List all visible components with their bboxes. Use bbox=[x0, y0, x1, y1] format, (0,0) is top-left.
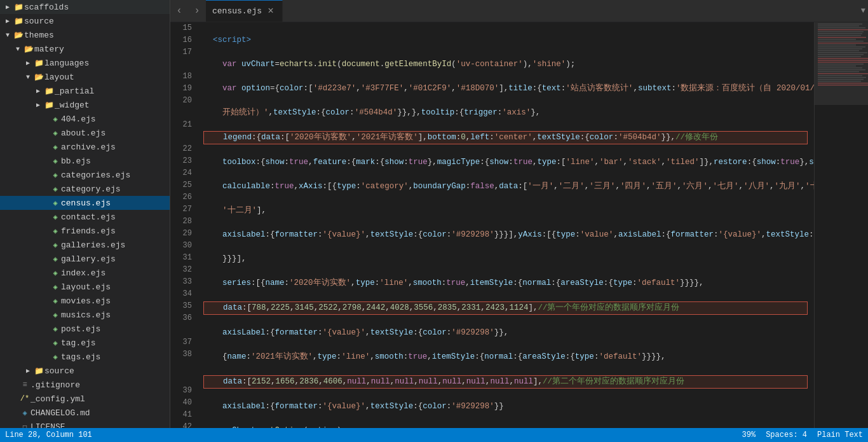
file-icon-musics: ◈ bbox=[50, 310, 61, 320]
file-icon-category: ◈ bbox=[50, 184, 61, 194]
file-icon-movies: ◈ bbox=[50, 296, 61, 306]
label-galleries: galleries.ejs bbox=[61, 240, 170, 250]
line-numbers: 15 16 17 18 19 20 21 22 23 24 25 26 27 bbox=[170, 22, 197, 428]
file-icon-about: ◈ bbox=[50, 128, 61, 138]
sidebar-item-musics[interactable]: ◈ musics.ejs bbox=[0, 308, 170, 322]
sidebar-item-matery[interactable]: ▼ 📂 matery bbox=[0, 42, 170, 56]
status-bar: Line 28, Column 101 39% Spaces: 4 Plain … bbox=[0, 428, 868, 442]
file-icon-friends: ◈ bbox=[50, 226, 61, 236]
label-movies: movies.ejs bbox=[61, 296, 170, 306]
status-indent[interactable]: Spaces: 4 bbox=[766, 431, 807, 439]
code-line-24: axisLabel:{formatter:'{value}',textStyle… bbox=[203, 327, 808, 339]
sidebar-item-gitignore2[interactable]: ≡ .gitignore bbox=[0, 378, 170, 392]
code-line-19: toolbox:{show:true,feature:{mark:{show:t… bbox=[203, 156, 808, 169]
sidebar-item-post[interactable]: ◈ post.ejs bbox=[0, 322, 170, 336]
status-right: 39% Spaces: 4 Plain Text bbox=[742, 431, 863, 439]
file-icon-tag: ◈ bbox=[50, 338, 61, 348]
code-line-25: {name:'2021年访实数',type:'line',smooth:true… bbox=[203, 351, 808, 363]
tab-nav-left[interactable]: ‹ bbox=[170, 0, 188, 22]
tab-nav-right[interactable]: › bbox=[188, 0, 206, 22]
sidebar-item-languages[interactable]: ▶ 📁 languages bbox=[0, 56, 170, 70]
code-line-20: calculable:true,xAxis:[{type:'category',… bbox=[203, 181, 808, 193]
file-icon-bb: ◈ bbox=[50, 156, 61, 166]
label-layout: layout bbox=[44, 73, 170, 82]
folder-icon-themes: 📂 bbox=[13, 31, 24, 40]
folder-icon-widget: 📁 bbox=[43, 100, 55, 110]
sidebar-item-changelog[interactable]: ◈ CHANGELOG.md bbox=[0, 406, 170, 420]
status-zoom[interactable]: 39% bbox=[742, 431, 756, 439]
sidebar-item-404[interactable]: ◈ 404.ejs bbox=[0, 112, 170, 126]
code-line-27: axisLabel:{formatter:'{value}',textStyle… bbox=[203, 401, 808, 413]
status-position[interactable]: Line 28, Column 101 bbox=[5, 431, 92, 439]
label-tags: tags.ejs bbox=[61, 352, 170, 362]
label-partial: _partial bbox=[55, 86, 170, 96]
label-languages: languages bbox=[44, 59, 170, 68]
sidebar-item-tag[interactable]: ◈ tag.ejs bbox=[0, 336, 170, 350]
scroll-arrow-right[interactable]: ▼ bbox=[861, 6, 865, 15]
label-gitignore2: .gitignore bbox=[31, 380, 170, 390]
status-encoding[interactable]: Plain Text bbox=[817, 431, 863, 439]
sidebar-item-configyml[interactable]: /* _config.yml bbox=[0, 392, 170, 406]
sidebar-item-contact[interactable]: ◈ contact.ejs bbox=[0, 210, 170, 224]
label-friends: friends.ejs bbox=[61, 226, 170, 236]
sidebar-item-layoutejs[interactable]: ◈ layout.ejs bbox=[0, 280, 170, 294]
sidebar-item-movies[interactable]: ◈ movies.ejs bbox=[0, 294, 170, 308]
sidebar-item-scaffolds[interactable]: ▶ 📁 scaffolds bbox=[0, 0, 170, 14]
sidebar-item-census[interactable]: ◈ census.ejs bbox=[0, 196, 170, 210]
label-themes: themes bbox=[24, 31, 170, 40]
sidebar-item-layout[interactable]: ▼ 📂 layout bbox=[0, 70, 170, 84]
code-line-18: legend:{data:['2020年访客数','2021年访客数'],bot… bbox=[203, 131, 808, 144]
editor-content[interactable]: 15 16 17 18 19 20 21 22 23 24 25 26 27 bbox=[170, 22, 868, 428]
file-icon-layoutejs: ◈ bbox=[50, 282, 61, 292]
sidebar-item-bb[interactable]: ◈ bb.ejs bbox=[0, 154, 170, 168]
editor-area: ‹ › census.ejs × ▼ 15 16 17 18 bbox=[170, 0, 868, 428]
sidebar-item-galleries[interactable]: ◈ galleries.ejs bbox=[0, 238, 170, 252]
sidebar-item-tags[interactable]: ◈ tags.ejs bbox=[0, 350, 170, 364]
sidebar-item-source2[interactable]: ▶ 📁 source bbox=[0, 364, 170, 378]
file-icon-archive: ◈ bbox=[50, 142, 61, 152]
sidebar-item-categories[interactable]: ◈ categories.ejs bbox=[0, 168, 170, 182]
label-configyml: _config.yml bbox=[31, 394, 170, 404]
tab-close-census[interactable]: × bbox=[266, 6, 276, 17]
label-license: LICENSE bbox=[31, 422, 170, 429]
sidebar-item-source[interactable]: ▶ 📁 source bbox=[0, 14, 170, 28]
tab-census[interactable]: census.ejs × bbox=[206, 0, 283, 22]
label-bb: bb.ejs bbox=[61, 156, 170, 166]
sidebar-item-about[interactable]: ◈ about.ejs bbox=[0, 126, 170, 140]
sidebar: ▶ 📁 scaffolds ▶ 📁 source ▼ 📂 themes ▼ 📂 … bbox=[0, 0, 170, 428]
file-icon-license: ◻ bbox=[19, 422, 31, 429]
scroll-arrows: ▼ bbox=[858, 0, 868, 22]
folder-icon-source2: 📁 bbox=[33, 366, 44, 376]
sidebar-item-archive[interactable]: ◈ archive.ejs bbox=[0, 140, 170, 154]
sidebar-item-friends[interactable]: ◈ friends.ejs bbox=[0, 224, 170, 238]
folder-icon-layout: 📂 bbox=[33, 73, 44, 82]
arrow-source2: ▶ bbox=[23, 367, 33, 375]
file-icon-index: ◈ bbox=[50, 268, 61, 278]
sidebar-item-index[interactable]: ◈ index.ejs bbox=[0, 266, 170, 280]
file-icon-galleries: ◈ bbox=[50, 240, 61, 250]
label-archive: archive.ejs bbox=[61, 142, 170, 152]
label-gallery: gallery.ejs bbox=[61, 254, 170, 264]
code-line-26: data:[2152,1656,2836,4606,null,null,null… bbox=[203, 375, 808, 389]
arrow-languages: ▶ bbox=[23, 59, 33, 67]
sidebar-item-themes[interactable]: ▼ 📂 themes bbox=[0, 28, 170, 42]
sidebar-item-license[interactable]: ◻ LICENSE bbox=[0, 420, 170, 428]
file-icon-gallery: ◈ bbox=[50, 254, 61, 264]
code-line-23: data:[788,2225,3145,2522,2798,2442,4028,… bbox=[203, 301, 808, 315]
arrow-widget: ▶ bbox=[33, 101, 43, 109]
minimap bbox=[814, 22, 868, 428]
arrow-matery: ▼ bbox=[13, 46, 23, 53]
label-tag: tag.ejs bbox=[61, 338, 170, 348]
label-index: index.ejs bbox=[61, 268, 170, 278]
folder-icon-partial: 📁 bbox=[43, 86, 55, 96]
code-lines[interactable]: <script> var uvChart=echarts.init(docume… bbox=[197, 22, 814, 428]
label-scaffolds: scaffolds bbox=[24, 3, 170, 12]
arrow-themes: ▼ bbox=[3, 32, 13, 39]
sidebar-item-partial[interactable]: ▶ 📁 _partial bbox=[0, 84, 170, 98]
sidebar-item-widget[interactable]: ▶ 📁 _widget bbox=[0, 98, 170, 112]
sidebar-item-gallery[interactable]: ◈ gallery.ejs bbox=[0, 252, 170, 266]
arrow-layout: ▼ bbox=[23, 74, 33, 81]
sidebar-item-category[interactable]: ◈ category.ejs bbox=[0, 182, 170, 196]
file-icon-categories: ◈ bbox=[50, 170, 61, 180]
label-categories: categories.ejs bbox=[61, 170, 170, 180]
